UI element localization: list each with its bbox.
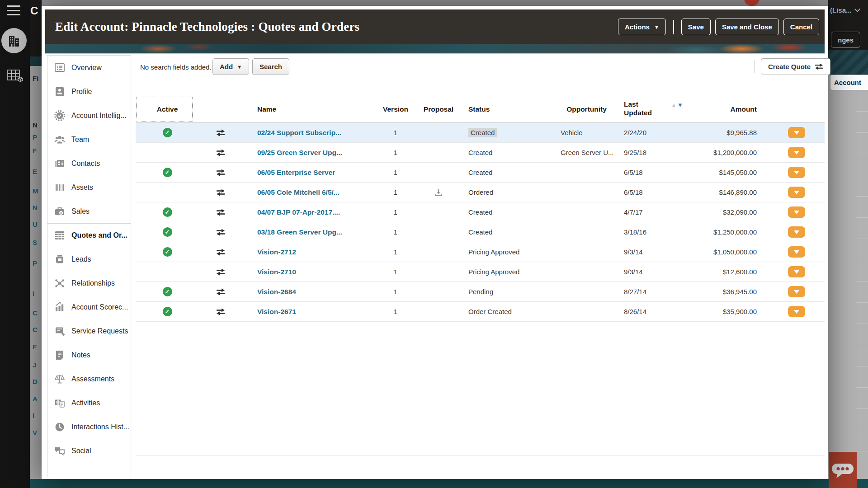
sort-controls: ▲▼ bbox=[671, 101, 683, 109]
column-header-amount[interactable]: Amount bbox=[692, 96, 769, 122]
cell-opportunity: Green Server U... bbox=[554, 143, 619, 162]
sort-ascending-icon[interactable]: ▲ bbox=[671, 102, 677, 108]
quotes-and-orders-icon bbox=[53, 229, 66, 242]
column-header-opportunity[interactable]: Opportunity bbox=[554, 96, 619, 122]
cell-active: ✓ bbox=[136, 282, 199, 301]
sidebar-item-interactions-history[interactable]: Interactions Hist... bbox=[47, 415, 131, 439]
cancel-button[interactable]: Cancel bbox=[783, 19, 819, 35]
sidebar-item-label: Assessments bbox=[71, 375, 114, 383]
cell-last-updated: 4/7/17 bbox=[619, 202, 692, 222]
sidebar-item-contacts[interactable]: Contacts bbox=[47, 151, 131, 175]
sidebar-item-overview[interactable]: Overview bbox=[47, 56, 131, 80]
table-row[interactable]: ✓02/24 Support Subscrip...1CreatedVehicl… bbox=[136, 123, 825, 143]
column-header-name[interactable]: Name bbox=[242, 96, 371, 122]
sidebar-item-quotes-and-orders[interactable]: Quotes and Or... bbox=[47, 223, 131, 247]
sidebar-item-assets[interactable]: Assets bbox=[47, 175, 131, 199]
active-check-icon: ✓ bbox=[163, 128, 172, 137]
caret-down-icon bbox=[794, 230, 799, 234]
quote-name-link[interactable]: Vision-2684 bbox=[257, 288, 296, 296]
sidebar-item-account-scorecard[interactable]: Account Scorec... bbox=[47, 295, 131, 319]
actions-button[interactable]: Actions▼ bbox=[618, 19, 666, 35]
sidebar-item-leads[interactable]: Leads bbox=[47, 247, 131, 271]
caret-down-icon bbox=[794, 310, 799, 314]
row-actions-button[interactable] bbox=[788, 226, 805, 238]
create-quote-button[interactable]: Create Quote bbox=[761, 58, 830, 75]
column-header-last-updated[interactable]: Last Updated ▲▼ bbox=[619, 96, 692, 122]
table-row[interactable]: 06/05 Cole Mitchell 6/5/...1Ordered6/5/1… bbox=[136, 183, 825, 202]
cell-actions bbox=[769, 242, 825, 262]
cell-quote-icon bbox=[199, 282, 242, 301]
sidebar-item-service-requests[interactable]: Service Requests bbox=[47, 319, 131, 343]
hamburger-menu-icon[interactable] bbox=[7, 5, 20, 15]
row-actions-button[interactable] bbox=[788, 306, 805, 317]
table-row[interactable]: 09/25 Green Server Upg...1CreatedGreen S… bbox=[136, 143, 825, 163]
quote-name-link[interactable]: Vision-2671 bbox=[257, 308, 296, 316]
download-icon bbox=[434, 188, 443, 197]
cell-quote-icon bbox=[199, 302, 242, 321]
search-button[interactable]: Search bbox=[252, 58, 289, 75]
quote-name-link[interactable]: Vision-2710 bbox=[257, 268, 296, 276]
row-actions-button[interactable] bbox=[788, 246, 805, 258]
sidebar-item-notes[interactable]: Notes bbox=[47, 343, 131, 367]
row-actions-button[interactable] bbox=[788, 127, 805, 138]
add-search-field-button[interactable]: Add▼ bbox=[212, 58, 249, 75]
quote-name-link[interactable]: 09/25 Green Server Upg... bbox=[257, 149, 342, 157]
quote-name-link[interactable]: 04/07 BJP 07-Apr-2017.... bbox=[257, 208, 340, 216]
changes-button-partial[interactable]: nges bbox=[831, 32, 860, 48]
row-actions-button[interactable] bbox=[788, 187, 805, 198]
table-row[interactable]: Vision-27101Pricing Approved9/3/14$12,60… bbox=[136, 262, 825, 282]
quote-name-link[interactable]: 06/05 Cole Mitchell 6/5/... bbox=[257, 188, 340, 197]
sidebar-item-social[interactable]: Social bbox=[47, 439, 131, 463]
table-row[interactable]: ✓03/18 Green Server Upg...1Created3/18/1… bbox=[136, 222, 825, 242]
quote-name-link[interactable]: Vision-2712 bbox=[257, 248, 296, 256]
row-actions-button[interactable] bbox=[788, 206, 805, 218]
user-menu[interactable]: (Lisa... bbox=[830, 6, 859, 14]
no-search-fields-text: No search fields added. bbox=[140, 63, 212, 71]
save-button[interactable]: Save bbox=[681, 19, 711, 35]
quote-name-link[interactable]: 02/24 Support Subscrip... bbox=[257, 129, 341, 137]
row-actions-button[interactable] bbox=[788, 147, 805, 158]
apps-grid-icon[interactable] bbox=[6, 69, 24, 85]
cell-actions bbox=[769, 123, 825, 142]
sidebar-item-profile[interactable]: Profile bbox=[47, 80, 131, 103]
cell-last-updated: 3/18/16 bbox=[619, 222, 692, 242]
row-actions-button[interactable] bbox=[788, 286, 805, 297]
table-row[interactable]: ✓Vision-26841Pending8/27/14$36,945.00 bbox=[136, 282, 825, 302]
sidebar-item-team[interactable]: Team bbox=[47, 127, 131, 151]
table-row[interactable]: ✓04/07 BJP 07-Apr-2017....1Created4/7/17… bbox=[136, 202, 825, 222]
column-header-version[interactable]: Version bbox=[371, 96, 420, 122]
row-actions-button[interactable] bbox=[788, 266, 805, 277]
sidebar-item-label: Relationships bbox=[71, 279, 115, 287]
sidebar-item-activities[interactable]: Activities bbox=[47, 391, 131, 415]
account-button-partial[interactable]: Account bbox=[830, 75, 868, 90]
column-header-proposal[interactable]: Proposal bbox=[420, 96, 457, 122]
sidebar-item-label: Activities bbox=[71, 399, 100, 407]
background-text-fragment: F bbox=[33, 147, 37, 155]
sidebar-item-label: Quotes and Or... bbox=[71, 231, 127, 239]
sidebar-item-label: Profile bbox=[71, 88, 92, 96]
quote-name-link[interactable]: 06/05 Enterprise Server bbox=[257, 169, 335, 177]
sidebar-item-relationships[interactable]: Relationships bbox=[47, 271, 131, 295]
sidebar-item-account-intelligence[interactable]: Account Intellig... bbox=[47, 103, 131, 127]
chat-launcher-button[interactable] bbox=[829, 452, 857, 488]
cell-active: ✓ bbox=[136, 202, 199, 222]
caret-down-icon bbox=[794, 270, 799, 274]
cell-version: 1 bbox=[371, 302, 420, 321]
quote-name-link[interactable]: 03/18 Green Server Upg... bbox=[257, 228, 342, 236]
caret-down-icon bbox=[794, 250, 799, 254]
cell-amount: $1,200,000.00 bbox=[692, 143, 769, 162]
table-row[interactable]: ✓Vision-27121Pricing Approved9/3/14$1,05… bbox=[136, 242, 825, 262]
column-header-status[interactable]: Status bbox=[457, 96, 554, 122]
background-text-fragment: I bbox=[33, 412, 34, 419]
table-row[interactable]: ✓06/05 Enterprise Server1Created6/5/18$1… bbox=[136, 163, 825, 183]
table-row[interactable]: ✓Vision-26711Order Created8/26/14$35,900… bbox=[136, 302, 825, 322]
sort-descending-icon[interactable]: ▼ bbox=[677, 102, 683, 108]
sidebar-item-assessments[interactable]: Assessments bbox=[47, 367, 131, 391]
save-and-close-button[interactable]: Save and Close bbox=[715, 19, 779, 35]
table-header: Active Name Version Proposal Status Oppo… bbox=[136, 96, 825, 123]
cell-proposal[interactable] bbox=[420, 183, 457, 202]
sidebar-item-sales[interactable]: Sales bbox=[47, 199, 131, 223]
account-avatar[interactable] bbox=[1, 28, 27, 53]
column-header-active[interactable]: Active bbox=[136, 96, 199, 122]
row-actions-button[interactable] bbox=[788, 167, 805, 178]
